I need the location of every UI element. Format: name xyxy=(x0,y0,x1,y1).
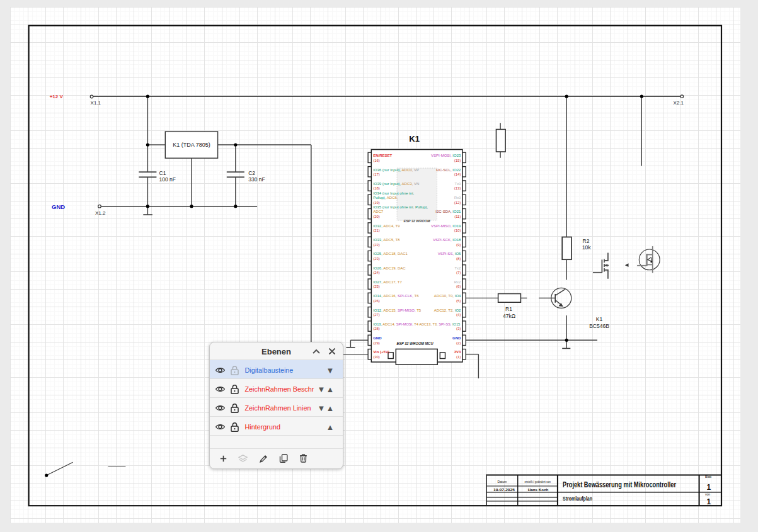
svg-text:IO27, ADC17, T7: IO27, ADC17, T7 xyxy=(373,280,402,284)
svg-text:330 nF: 330 nF xyxy=(248,176,265,183)
svg-text:GND: GND xyxy=(373,336,382,340)
svg-text:K1: K1 xyxy=(596,316,603,322)
svg-text:VSPI-SS, IO5: VSPI-SS, IO5 xyxy=(438,252,461,256)
svg-text:K1: K1 xyxy=(409,134,420,144)
svg-text:R2: R2 xyxy=(583,238,590,244)
svg-text:Tx0: Tx0 xyxy=(454,182,461,186)
svg-text:19.07.2025: 19.07.2025 xyxy=(493,487,515,492)
svg-text:(21): (21) xyxy=(373,229,380,232)
svg-text:ADC7: ADC7 xyxy=(373,210,384,213)
svg-text:(10): (10) xyxy=(454,229,461,232)
svg-text:(5): (5) xyxy=(456,299,461,303)
svg-text:Blatt: Blatt xyxy=(705,475,712,478)
svg-text:(29): (29) xyxy=(373,341,380,345)
svg-text:(30): (30) xyxy=(373,355,380,359)
svg-text:K1 (TDA 7805): K1 (TDA 7805) xyxy=(173,142,210,148)
svg-text:Stromlaufplan: Stromlaufplan xyxy=(563,495,592,502)
svg-text:IO34 (nur Input ohne int.: IO34 (nur Input ohne int. xyxy=(373,191,414,195)
svg-text:C2: C2 xyxy=(248,170,255,176)
svg-text:(2): (2) xyxy=(456,341,461,345)
svg-text:X1.1: X1.1 xyxy=(91,100,101,106)
svg-text:ADC10, T0, IO4: ADC10, T0, IO4 xyxy=(434,294,461,298)
svg-text:(14): (14) xyxy=(454,173,461,176)
svg-text:IO25, ADC18, DAC1: IO25, ADC18, DAC1 xyxy=(373,252,408,256)
svg-text:Datum: Datum xyxy=(498,480,507,484)
svg-text:I2C-SDA, IO21: I2C-SDA, IO21 xyxy=(435,210,461,213)
svg-text:IO39 (nur Input), ADC3, VN: IO39 (nur Input), ADC3, VN xyxy=(373,182,419,186)
svg-text:ESP 32 WROOM: ESP 32 WROOM xyxy=(404,219,431,223)
svg-text:3V3: 3V3 xyxy=(454,350,461,354)
svg-text:EN/RESET: EN/RESET xyxy=(373,154,392,157)
svg-text:(9): (9) xyxy=(456,243,461,247)
svg-text:IO26, ADC19, DAC: IO26, ADC19, DAC xyxy=(373,266,406,270)
svg-text:(15): (15) xyxy=(454,159,461,162)
svg-text:IO14, ADC16, SPI-CLK, T6: IO14, ADC16, SPI-CLK, T6 xyxy=(373,294,419,298)
svg-text:Rx0: Rx0 xyxy=(454,196,461,200)
svg-text:IO35 (nur Input ohne int. Pull: IO35 (nur Input ohne int. Pullup), xyxy=(373,205,428,209)
svg-text:(18): (18) xyxy=(373,186,380,190)
svg-text:erstellt / geändert von: erstellt / geändert von xyxy=(524,480,551,484)
svg-text:ADC12, T2, IO2: ADC12, T2, IO2 xyxy=(434,308,461,312)
svg-text:(25): (25) xyxy=(373,285,380,288)
svg-text:GND: GND xyxy=(452,336,461,340)
svg-text:BC546B: BC546B xyxy=(589,323,609,329)
svg-text:GND: GND xyxy=(52,203,65,210)
svg-text:C1: C1 xyxy=(159,170,166,176)
svg-text:IO12, ADC15, SPI-MISO, T5: IO12, ADC15, SPI-MISO, T5 xyxy=(373,308,422,312)
svg-text:(23): (23) xyxy=(373,257,380,261)
svg-text:VSPI-MISO, IO19: VSPI-MISO, IO19 xyxy=(431,224,461,228)
svg-text:(4): (4) xyxy=(456,313,461,317)
svg-text:(17): (17) xyxy=(373,173,380,176)
svg-text:IO36 (nur Input), ADC0, VP: IO36 (nur Input), ADC0, VP xyxy=(373,168,419,172)
svg-text:Vin (+5V): Vin (+5V) xyxy=(373,350,389,354)
svg-text:1: 1 xyxy=(706,497,711,506)
svg-text:(26): (26) xyxy=(373,299,380,303)
svg-text:VSPI-SCK, IO18: VSPI-SCK, IO18 xyxy=(433,238,461,242)
svg-text:Projekt Bewässerung mit Mikroc: Projekt Bewässerung mit Mikrocontroller xyxy=(563,480,676,489)
svg-text:Hans Koch: Hans Koch xyxy=(528,487,549,492)
svg-text:+12 V: +12 V xyxy=(50,94,64,99)
svg-text:47kΩ: 47kΩ xyxy=(503,313,515,319)
svg-text:X1.2: X1.2 xyxy=(95,210,106,216)
svg-text:(27): (27) xyxy=(373,313,380,317)
svg-text:(8): (8) xyxy=(456,257,461,261)
svg-text:(28): (28) xyxy=(373,327,380,331)
svg-text:R1: R1 xyxy=(505,306,512,312)
svg-text:(1): (1) xyxy=(456,355,461,359)
svg-text:VSPI-MOSI, IO23: VSPI-MOSI, IO23 xyxy=(431,154,461,157)
svg-text:(3): (3) xyxy=(456,327,461,331)
svg-text:(7): (7) xyxy=(456,271,461,274)
svg-text:IO13, ADC14, SPI-MOSI, T4 ADC: IO13, ADC14, SPI-MOSI, T4 ADC13, T3, SPI… xyxy=(373,322,461,326)
svg-text:ESP 32 WROOM MCU: ESP 32 WROOM MCU xyxy=(397,341,434,346)
svg-text:X2.1: X2.1 xyxy=(674,100,684,106)
svg-text:(6): (6) xyxy=(456,285,461,288)
svg-text:(19): (19) xyxy=(373,201,380,205)
svg-text:(20): (20) xyxy=(373,215,380,218)
svg-text:10k: 10k xyxy=(582,244,591,251)
svg-text:Pullup), ADC6,: Pullup), ADC6, xyxy=(373,196,398,200)
svg-text:(22): (22) xyxy=(373,243,380,247)
svg-text:IO32, ADC4, T9: IO32, ADC4, T9 xyxy=(373,224,400,228)
svg-text:1: 1 xyxy=(706,483,711,492)
svg-text:(13): (13) xyxy=(454,186,461,190)
svg-text:(24): (24) xyxy=(373,271,380,274)
svg-text:Tx2: Tx2 xyxy=(454,266,461,270)
svg-text:Rx2: Rx2 xyxy=(454,280,461,284)
svg-text:(12): (12) xyxy=(454,201,461,205)
svg-text:IO33, ADC5, T8: IO33, ADC5, T8 xyxy=(373,238,400,242)
svg-text:(11): (11) xyxy=(454,215,461,218)
svg-text:100 nF: 100 nF xyxy=(159,176,176,183)
svg-text:I2C-SCL, IO22: I2C-SCL, IO22 xyxy=(436,168,461,172)
svg-text:(16): (16) xyxy=(373,159,380,162)
svg-text:von: von xyxy=(705,492,710,496)
